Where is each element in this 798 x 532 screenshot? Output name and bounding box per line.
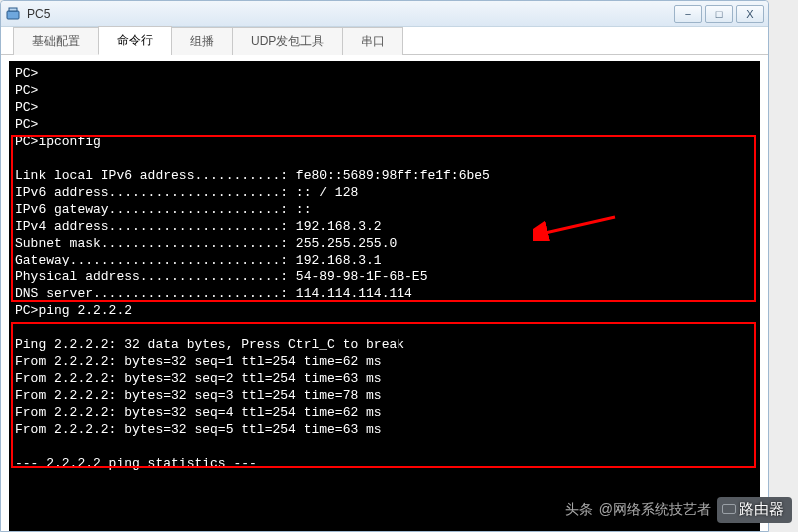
- tab-bar: 基础配置 命令行 组播 UDP发包工具 串口: [1, 27, 768, 55]
- restore-button[interactable]: □: [705, 5, 733, 23]
- output-line: IPv6 address......................: :: /…: [15, 185, 358, 200]
- svg-rect-1: [9, 8, 17, 11]
- output-line: Gateway...........................: 192.…: [15, 253, 382, 267]
- prompt-line: PC>: [15, 83, 38, 98]
- app-icon: [5, 6, 21, 22]
- output-line: From 2.2.2.2: bytes=32 seq=2 ttl=254 tim…: [15, 371, 382, 386]
- output-line: Physical address..................: 54-8…: [15, 269, 427, 284]
- terminal-output[interactable]: PC> PC> PC> PC> PC>ipconfig Link local I…: [9, 61, 760, 531]
- output-line: From 2.2.2.2: bytes=32 seq=1 ttl=254 tim…: [15, 354, 382, 369]
- output-line: From 2.2.2.2: bytes=32 seq=5 ttl=254 tim…: [15, 422, 382, 437]
- app-window: PC5 − □ X 基础配置 命令行 组播 UDP发包工具 串口 PC> PC>…: [0, 0, 769, 532]
- window-title: PC5: [27, 7, 671, 21]
- svg-rect-0: [7, 11, 19, 19]
- output-line: DNS server........................: 114.…: [15, 286, 412, 301]
- arrow-icon: [533, 211, 623, 241]
- ping-command: PC>ping 2.2.2.2: [15, 303, 132, 318]
- title-bar: PC5 − □ X: [1, 1, 768, 27]
- tab-multicast[interactable]: 组播: [171, 27, 233, 55]
- ipconfig-command: PC>ipconfig: [15, 134, 101, 149]
- prompt-line: PC>: [15, 100, 38, 115]
- minimize-button[interactable]: −: [674, 5, 702, 23]
- output-line: From 2.2.2.2: bytes=32 seq=3 ttl=254 tim…: [15, 388, 382, 403]
- output-line: Link local IPv6 address...........: fe80…: [15, 168, 490, 183]
- output-line: Ping 2.2.2.2: 32 data bytes, Press Ctrl_…: [15, 337, 404, 352]
- output-line: IPv4 address......................: 192.…: [15, 219, 382, 234]
- output-line: From 2.2.2.2: bytes=32 seq=4 ttl=254 tim…: [15, 405, 382, 420]
- svg-line-3: [545, 217, 615, 233]
- tab-udp-sender[interactable]: UDP发包工具: [232, 27, 343, 55]
- output-line: Subnet mask.......................: 255.…: [15, 236, 397, 251]
- prompt-line: PC>: [15, 66, 38, 81]
- prompt-line: PC>: [15, 117, 38, 132]
- tab-basic-config[interactable]: 基础配置: [13, 27, 99, 55]
- output-line: --- 2.2.2.2 ping statistics ---: [15, 456, 257, 471]
- output-line: IPv6 gateway......................: ::: [15, 202, 311, 217]
- tab-serial[interactable]: 串口: [342, 27, 403, 55]
- tab-command-line[interactable]: 命令行: [98, 26, 172, 55]
- close-button[interactable]: X: [736, 5, 764, 23]
